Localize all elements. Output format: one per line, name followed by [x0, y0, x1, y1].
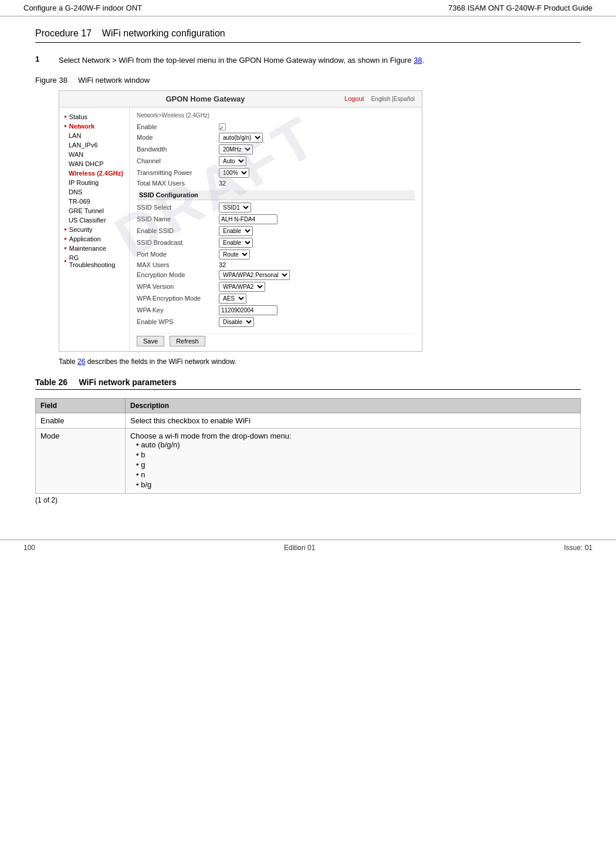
ui-window-title: GPON Home Gateway [165, 95, 245, 103]
button-row: Save Refresh [137, 333, 415, 346]
mode-select[interactable]: auto(b/g/n) [219, 133, 263, 143]
sidebar-label-network: Network [69, 123, 94, 130]
wpa-encryption-mode-select[interactable]: AES [219, 294, 246, 304]
sidebar-item-status[interactable]: ● Status [59, 112, 129, 122]
sidebar-label-status: Status [69, 113, 87, 120]
sidebar-label-wan-dhcp: WAN DHCP [69, 160, 103, 167]
ssid-section-header: SSID Configuration [137, 190, 415, 200]
field-encryption-mode: Encryption Mode WPA/WPA2 Personal [137, 270, 415, 280]
sidebar-item-application[interactable]: ● Application [59, 234, 129, 244]
mode-option-g: g [136, 460, 576, 469]
ssid-broadcast-select[interactable]: Enable [219, 238, 253, 248]
mode-option-n: n [136, 470, 576, 479]
sidebar-item-rg-troubleshooting[interactable]: ● RG Troubleshooting [59, 253, 129, 269]
bandwidth-label: Bandwidth [137, 146, 219, 153]
sidebar-label-wireless: Wireless (2.4GHz) [69, 170, 123, 177]
field-mode-cell: Mode [36, 428, 126, 493]
ui-window-header: GPON Home Gateway Logout English |Españo… [59, 91, 422, 107]
max-users-value: 32 [219, 261, 226, 268]
maintenance-bullet: ● [64, 245, 67, 251]
max-users-label: MAX Users [137, 261, 219, 268]
ui-sidebar: ● Status ● Network LAN LAN_IPv6 WAN WAN … [59, 107, 130, 351]
procedure-label: Procedure 17 [35, 28, 92, 38]
bandwidth-select[interactable]: 20MHz [219, 144, 253, 154]
field-port-mode: Port Mode Route [137, 250, 415, 259]
logout-button[interactable]: Logout [344, 95, 364, 102]
field-enable-cell: Enable [36, 413, 126, 428]
sidebar-item-lan-ipv6[interactable]: LAN_IPv6 [59, 140, 129, 150]
field-ssid-name: SSID Name [137, 214, 415, 224]
figure-caption: WiFi network window [78, 76, 150, 85]
enable-checkbox[interactable] [219, 123, 226, 130]
wpa-version-select[interactable]: WPA/WPA2 [219, 282, 265, 292]
refresh-button[interactable]: Refresh [170, 336, 205, 346]
field-wpa-encryption-mode: WPA Encryption Mode AES [137, 294, 415, 304]
encryption-mode-select[interactable]: WPA/WPA2 Personal [219, 270, 290, 280]
sidebar-item-ip-routing[interactable]: IP Routing [59, 178, 129, 187]
enable-wps-select[interactable]: Disable [219, 317, 254, 327]
sidebar-item-maintenance[interactable]: ● Maintenance [59, 244, 129, 253]
sidebar-label-gre-tunnel: GRE Tunnel [69, 207, 104, 214]
ssid-select-label: SSID Select [137, 204, 219, 211]
field-enable: Enable [137, 123, 415, 131]
sidebar-label-ip-routing: IP Routing [69, 179, 99, 186]
sidebar-item-wan-dhcp[interactable]: WAN DHCP [59, 159, 129, 168]
encryption-mode-value: WPA/WPA2 Personal [219, 270, 290, 280]
channel-select[interactable]: Auto [219, 156, 246, 166]
application-bullet: ● [64, 236, 67, 241]
footer-issue: Issue: 01 [564, 544, 593, 552]
ssid-select[interactable]: SSID1 [219, 203, 251, 213]
mode-option-bg: b/g [136, 480, 576, 489]
ui-window: GPON Home Gateway Logout English |Españo… [59, 90, 422, 352]
header-right: 7368 ISAM ONT G-240W-F Product Guide [448, 4, 593, 12]
total-max-users-label: Total MAX Users [137, 180, 219, 187]
sidebar-item-wireless[interactable]: Wireless (2.4GHz) [59, 168, 129, 178]
field-transmitting-power: Transmitting Power 100% [137, 168, 415, 178]
ssid-name-label: SSID Name [137, 215, 219, 223]
field-channel: Channel Auto [137, 156, 415, 166]
sidebar-item-lan[interactable]: LAN [59, 131, 129, 140]
params-table: Field Description Enable Select this che… [35, 398, 581, 494]
table-label: Table 26 [35, 378, 67, 387]
table-row: Mode Choose a wi-fi mode from the drop-d… [36, 428, 581, 493]
security-bullet: ● [64, 227, 67, 232]
sidebar-item-network[interactable]: ● Network [59, 122, 129, 131]
transmitting-power-select[interactable]: 100% [219, 168, 249, 178]
mode-label: Mode [137, 134, 219, 141]
wpa-key-input[interactable] [219, 305, 277, 315]
port-mode-select[interactable]: Route [219, 250, 250, 259]
ui-breadcrumb: Network>Wireless (2.4GHz) [137, 112, 415, 119]
sidebar-item-dns[interactable]: DNS [59, 187, 129, 197]
sidebar-item-tr069[interactable]: TR-069 [59, 197, 129, 206]
sidebar-label-lan: LAN [69, 132, 81, 139]
field-enable-ssid: Enable SSID Enable [137, 226, 415, 236]
sidebar-label-rg-troubleshooting: RG Troubleshooting [69, 254, 124, 268]
sidebar-item-gre-tunnel[interactable]: GRE Tunnel [59, 206, 129, 215]
mode-value: auto(b/g/n) [219, 133, 263, 143]
procedure-title: WiFi networking configuration [102, 28, 225, 38]
save-button[interactable]: Save [137, 336, 164, 346]
sidebar-item-security[interactable]: ● Security [59, 225, 129, 234]
page-footer: 100 Edition 01 Issue: 01 [0, 540, 616, 555]
sidebar-item-wan[interactable]: WAN [59, 150, 129, 159]
bandwidth-value: 20MHz [219, 144, 253, 154]
field-wpa-key: WPA Key [137, 305, 415, 315]
sidebar-item-us-classifier[interactable]: US Classifier [59, 215, 129, 225]
sidebar-label-maintenance: Maintenance [69, 245, 106, 252]
mode-description-text: Choose a wi-fi mode from the drop-down m… [130, 432, 292, 440]
table-title: Table 26 WiFi network parameters [35, 378, 581, 390]
enable-ssid-select[interactable]: Enable [219, 226, 253, 236]
ssid-name-input[interactable] [219, 214, 277, 224]
channel-value: Auto [219, 156, 246, 166]
page-header: Configure a G-240W-F indoor ONT 7368 ISA… [0, 0, 616, 16]
wpa-version-label: WPA Version [137, 283, 219, 290]
port-mode-label: Port Mode [137, 251, 219, 258]
ui-main: Network>Wireless (2.4GHz) Enable Mode [130, 107, 422, 351]
col-description: Description [125, 398, 580, 413]
field-total-max-users: Total MAX Users 32 [137, 180, 415, 187]
ssid-broadcast-label: SSID Broadcast [137, 239, 219, 246]
enable-wps-label: Enable WPS [137, 318, 219, 325]
transmitting-power-value: 100% [219, 168, 249, 178]
lang-selector[interactable]: English |Español [371, 96, 415, 102]
figure-title: Figure 38 WiFi network window [35, 76, 581, 85]
